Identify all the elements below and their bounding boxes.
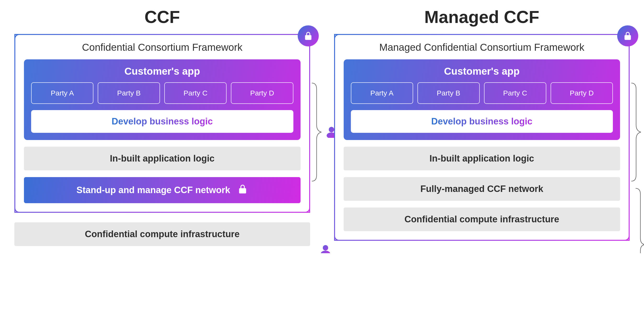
develop-business-logic-bar: Develop business logic [31,110,294,133]
lock-icon [617,25,638,46]
managed-ccf-title: Managed CCF [424,7,539,27]
ccf-framework-box: Confidential Consortium Framework Custom… [14,34,310,213]
ccf-subtitle: Confidential Consortium Framework [24,42,300,53]
lock-icon [298,25,319,46]
user-icon-lower [320,245,330,253]
ccf-column: CCF Confidential Consortium Framework Cu… [14,7,310,246]
party-box: Party C [164,82,226,104]
develop-label: Develop business logic [112,116,213,126]
confidential-compute-bar: Confidential compute infrastructure [344,208,620,231]
party-row: Party A Party B Party C Party D [31,82,294,104]
party-box: Party A [31,82,94,104]
party-box: Party D [231,82,293,104]
confidential-compute-bar: Confidential compute infrastructure [14,222,310,246]
inbuilt-logic-bar: In-built application logic [24,147,300,170]
inbuilt-logic-bar: In-built application logic [344,147,620,170]
user-icon [320,245,330,253]
diagram-root: CCF Confidential Consortium Framework Cu… [14,7,630,246]
platform-scope-bracket [634,187,644,253]
customer-app-card: Customer's app Party A Party B Party C P… [344,59,620,140]
develop-label: Develop business logic [431,116,532,126]
party-box: Party B [98,82,160,104]
standup-manage-bar: Stand-up and manage CCF network [24,177,300,203]
party-box: Party B [418,82,480,104]
manage-label: Stand-up and manage CCF network [76,185,230,195]
party-box: Party D [550,82,613,104]
user-scope-bracket [310,82,336,182]
party-box: Party C [484,82,546,104]
managed-ccf-subtitle: Managed Confidential Consortium Framewor… [344,42,620,53]
customer-app-title: Customer's app [31,65,294,77]
ccf-title: CCF [144,7,180,27]
managed-network-bar: Fully-managed CCF network [344,177,620,201]
user-scope-bracket [630,82,644,182]
party-row: Party A Party B Party C Party D [351,82,613,104]
managed-ccf-framework-box: Managed Confidential Consortium Framewor… [334,34,630,241]
party-box: Party A [351,82,413,104]
develop-business-logic-bar: Develop business logic [351,110,613,133]
customer-app-title: Customer's app [351,65,613,77]
lock-icon [237,184,248,196]
customer-app-card: Customer's app Party A Party B Party C P… [24,59,300,140]
managed-ccf-column: Managed CCF Managed Confidential Consort… [334,7,630,241]
